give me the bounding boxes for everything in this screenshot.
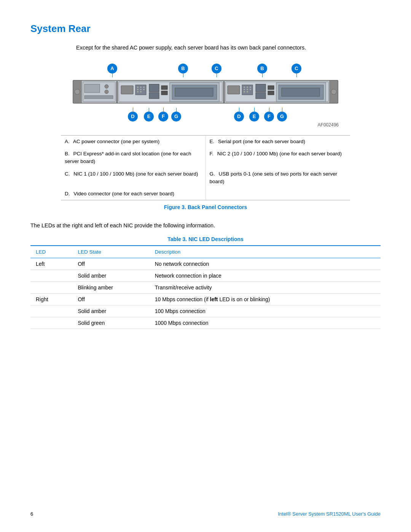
diagram-bottom-labels: D E F G D E F xyxy=(76,108,339,121)
svg-point-14 xyxy=(137,86,139,88)
svg-point-39 xyxy=(244,91,245,93)
svg-point-37 xyxy=(247,89,248,90)
table-caption: Table 3. NIC LED Descriptions xyxy=(30,236,381,242)
nic-cell-state-off1: Off xyxy=(72,258,149,270)
nic-cell-state-blink-amber: Blinking amber xyxy=(72,282,149,294)
legend-letter-D: D. xyxy=(65,191,70,197)
nic-cell-led-left: Left xyxy=(30,258,72,270)
circle-F-right: F xyxy=(264,112,274,121)
nic-led-table: LED LED State Description Left Off No ne… xyxy=(30,245,381,329)
svg-point-7 xyxy=(105,85,108,88)
nic-cell-desc-10mbps: 10 Mbps connection (if left LED is on or… xyxy=(150,294,381,305)
legend-row-CG: C. NIC 1 (10 / 100 / 1000 Mb) (one for e… xyxy=(61,168,350,188)
svg-rect-6 xyxy=(84,84,100,93)
rack-server-image xyxy=(72,77,339,108)
svg-rect-29 xyxy=(223,81,225,103)
legend-text-B: PCI Express* add-in card slot location (… xyxy=(65,151,191,164)
nic-cell-led-empty1 xyxy=(30,270,72,282)
nic-row-right-solid-amber: Solid amber 100 Mbps connection xyxy=(30,305,381,317)
label-C-top-right: C xyxy=(292,64,301,77)
footer: 6 Intel® Server System SR1520ML User's G… xyxy=(0,511,411,517)
figure-caption: Figure 3. Back Panel Connectors xyxy=(30,204,381,210)
legend-text-G: USB ports 0-1 (one sets of two ports for… xyxy=(210,171,337,184)
legend-cell-C: C. NIC 1 (10 / 100 / 1000 Mb) (one for e… xyxy=(61,168,206,188)
label-E-bottom-left: E xyxy=(144,108,154,121)
nic-row-right-off: Right Off 10 Mbps connection (if left LE… xyxy=(30,294,381,305)
nic-cell-state-solid-amber2: Solid amber xyxy=(72,305,149,317)
svg-point-17 xyxy=(137,89,139,90)
svg-rect-24 xyxy=(161,86,167,89)
nic-cell-desc-no-network: No network connection xyxy=(150,258,381,270)
legend-text-A: AC power connector (one per system) xyxy=(73,139,159,144)
circle-C-right: C xyxy=(292,64,301,73)
nic-cell-state-solid-amber1: Solid amber xyxy=(72,270,149,282)
svg-rect-47 xyxy=(282,88,320,96)
nic-header-state: LED State xyxy=(72,246,149,258)
legend-row-D: D. Video connector (one for each server … xyxy=(61,188,350,200)
svg-point-21 xyxy=(140,91,142,93)
svg-point-16 xyxy=(143,86,145,88)
circle-C-left: C xyxy=(212,64,221,73)
nic-table-header-row: LED LED State Description xyxy=(30,246,381,258)
label-C-top-left: C xyxy=(212,64,221,77)
svg-point-36 xyxy=(244,89,245,90)
svg-rect-12 xyxy=(121,86,133,94)
circle-G-left: G xyxy=(171,112,181,121)
svg-point-20 xyxy=(137,91,139,93)
legend-text-D: Video connector (one for each server boa… xyxy=(73,191,174,197)
label-G-bottom-right: G xyxy=(277,108,287,121)
legend-table: A. AC power connector (one per system) E… xyxy=(61,135,350,201)
svg-rect-28 xyxy=(175,88,213,96)
image-code: AF002496 xyxy=(72,122,339,128)
svg-point-3 xyxy=(75,89,80,94)
svg-point-38 xyxy=(250,89,251,90)
legend-text-C: NIC 1 (10 / 100 / 1000 Mb) (one for each… xyxy=(73,171,198,177)
footer-page-number: 6 xyxy=(30,511,33,517)
svg-point-18 xyxy=(140,89,142,90)
svg-rect-41 xyxy=(256,84,266,92)
legend-row-AE: A. AC power connector (one per system) E… xyxy=(61,136,350,148)
intro-paragraph: Except for the shared AC power supply, e… xyxy=(76,44,381,52)
legend-cell-G: G. USB ports 0-1 (one sets of two ports … xyxy=(206,168,350,188)
svg-point-19 xyxy=(143,89,145,90)
circle-B-right: B xyxy=(257,64,267,73)
circle-G-right: G xyxy=(277,112,287,121)
svg-rect-25 xyxy=(161,91,167,95)
svg-rect-42 xyxy=(256,93,266,99)
nic-row-left-solid-amber: Solid amber Network connection in place xyxy=(30,270,381,282)
nic-cell-desc-transmit: Transmit/receive activity xyxy=(150,282,381,294)
nic-cell-desc-100mbps: 100 Mbps connection xyxy=(150,305,381,317)
nic-row-left-off: Left Off No network connection xyxy=(30,258,381,270)
bold-left: left xyxy=(210,296,218,302)
legend-cell-D: D. Video connector (one for each server … xyxy=(61,188,206,200)
nic-cell-led-right: Right xyxy=(30,294,72,305)
svg-point-8 xyxy=(105,90,108,94)
legend-letter-C: C. xyxy=(65,171,70,177)
nic-header-led: LED xyxy=(30,246,72,258)
legend-letter-A: A. xyxy=(65,139,70,144)
svg-rect-10 xyxy=(116,81,118,103)
legend-text-F: NIC 2 (10 / 100 / 1000 Mb) (one for each… xyxy=(217,151,342,157)
circle-D-left: D xyxy=(128,112,138,121)
label-E-bottom-right: E xyxy=(249,108,259,121)
nic-cell-state-off2: Off xyxy=(72,294,149,305)
label-B-top-right: B xyxy=(257,64,267,77)
label-F-bottom-left: F xyxy=(158,108,168,121)
svg-rect-43 xyxy=(268,86,274,89)
svg-point-33 xyxy=(244,86,245,88)
label-F-bottom-right: F xyxy=(264,108,274,121)
legend-cell-B: B. PCI Express* add-in card slot locatio… xyxy=(61,148,206,168)
label-D-bottom-left: D xyxy=(128,108,138,121)
label-G-bottom-left: G xyxy=(171,108,181,121)
footer-document-title: Intel® Server System SR1520ML User's Gui… xyxy=(278,511,381,517)
section-title: System Rear xyxy=(30,23,381,35)
nic-header-desc: Description xyxy=(150,246,381,258)
label-B-top-left: B xyxy=(178,64,188,77)
svg-rect-22 xyxy=(149,84,159,92)
nic-cell-led-empty3 xyxy=(30,305,72,317)
svg-point-15 xyxy=(140,86,142,88)
legend-letter-B: B. xyxy=(65,151,70,157)
circle-A: A xyxy=(107,64,117,73)
circle-B-left: B xyxy=(178,64,188,73)
legend-letter-G: G. xyxy=(210,171,215,177)
